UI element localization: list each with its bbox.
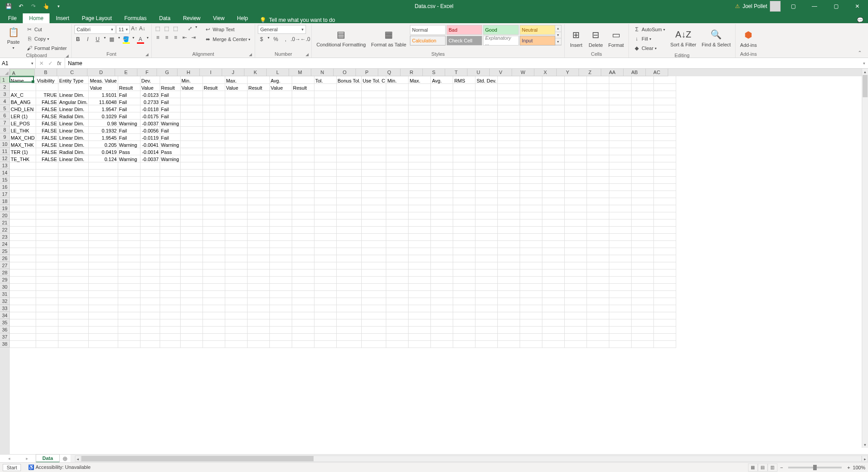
- row-header-6[interactable]: 6: [0, 112, 10, 119]
- dialog-launcher-icon[interactable]: ◢: [145, 52, 149, 57]
- cell-L28[interactable]: [269, 269, 292, 276]
- cell-P21[interactable]: [361, 219, 386, 226]
- cell-G12[interactable]: Warning: [160, 155, 180, 162]
- cell-R29[interactable]: [409, 276, 431, 283]
- cell-C11[interactable]: Radial Dim.: [58, 148, 89, 155]
- cell-T27[interactable]: [453, 262, 475, 269]
- cell-J5[interactable]: [225, 105, 247, 112]
- cell-H12[interactable]: [180, 155, 203, 162]
- cell-Z30[interactable]: [587, 283, 609, 290]
- cell-G14[interactable]: [160, 169, 180, 176]
- cell-Q20[interactable]: [386, 212, 409, 219]
- cell-G37[interactable]: [160, 333, 180, 340]
- cell-AB33[interactable]: [632, 305, 654, 312]
- cell-J17[interactable]: [225, 190, 247, 198]
- cell-AC13[interactable]: [654, 162, 676, 169]
- cell-Q7[interactable]: [386, 119, 409, 126]
- cell-AA9[interactable]: [609, 133, 632, 141]
- cell-X14[interactable]: [542, 169, 565, 176]
- cell-J21[interactable]: [225, 219, 247, 226]
- cell-W20[interactable]: [520, 212, 542, 219]
- cell-U37[interactable]: [475, 333, 498, 340]
- cell-K22[interactable]: [247, 226, 269, 233]
- cell-I12[interactable]: [203, 155, 225, 162]
- row-header-4[interactable]: 4: [0, 98, 10, 105]
- cell-T22[interactable]: [453, 226, 475, 233]
- align-bottom-icon[interactable]: ⬚: [172, 25, 179, 32]
- cell-S33[interactable]: [431, 305, 453, 312]
- cell-W30[interactable]: [520, 283, 542, 290]
- cell-C9[interactable]: Linear Dim.: [58, 133, 89, 141]
- cell-K37[interactable]: [247, 333, 269, 340]
- col-header-Q[interactable]: Q: [378, 69, 401, 76]
- row-header-7[interactable]: 7: [0, 119, 10, 126]
- row-header-34[interactable]: 34: [0, 312, 10, 319]
- cell-M30[interactable]: [292, 283, 314, 290]
- cell-K35[interactable]: [247, 319, 269, 326]
- cell-Z25[interactable]: [587, 248, 609, 255]
- cell-V21[interactable]: [498, 219, 520, 226]
- cell-D8[interactable]: 0.1932: [89, 126, 118, 133]
- cell-AA4[interactable]: [609, 98, 632, 105]
- cell-L2[interactable]: Value: [269, 83, 292, 91]
- cell-AC30[interactable]: [654, 283, 676, 290]
- cell-C6[interactable]: Radial Dim.: [58, 112, 89, 119]
- decrease-indent-icon[interactable]: ⇤: [181, 34, 188, 41]
- cell-F36[interactable]: [140, 326, 160, 333]
- cell-D18[interactable]: [89, 198, 118, 205]
- cell-S34[interactable]: [431, 312, 453, 319]
- cell-AB38[interactable]: [632, 340, 654, 348]
- cell-V34[interactable]: [498, 312, 520, 319]
- cell-E16[interactable]: [118, 183, 140, 190]
- cell-X24[interactable]: [542, 240, 565, 248]
- cell-AC17[interactable]: [654, 190, 676, 198]
- cell-U29[interactable]: [475, 276, 498, 283]
- cell-J11[interactable]: [225, 148, 247, 155]
- cell-C3[interactable]: Linear Dim.: [58, 91, 89, 98]
- cell-K18[interactable]: [247, 198, 269, 205]
- cell-Z11[interactable]: [587, 148, 609, 155]
- cell-J38[interactable]: [225, 340, 247, 348]
- sort-filter-button[interactable]: A↓ZSort & Filter: [669, 25, 698, 51]
- undo-icon[interactable]: ↶: [16, 1, 26, 11]
- cell-J35[interactable]: [225, 319, 247, 326]
- cell-A32[interactable]: [10, 298, 36, 305]
- cell-L17[interactable]: [269, 190, 292, 198]
- cell-G36[interactable]: [160, 326, 180, 333]
- cell-Y20[interactable]: [565, 212, 587, 219]
- cell-Q26[interactable]: [386, 255, 409, 262]
- cell-C27[interactable]: [58, 262, 89, 269]
- cell-C24[interactable]: [58, 240, 89, 248]
- cell-W21[interactable]: [520, 219, 542, 226]
- cell-Y15[interactable]: [565, 176, 587, 183]
- cell-D32[interactable]: [89, 298, 118, 305]
- row-headers[interactable]: 1234567891011121314151617181920212223242…: [0, 76, 10, 454]
- cell-M36[interactable]: [292, 326, 314, 333]
- cell-F13[interactable]: [140, 162, 160, 169]
- cell-Q19[interactable]: [386, 205, 409, 212]
- cell-A38[interactable]: [10, 340, 36, 348]
- cell-K34[interactable]: [247, 312, 269, 319]
- cell-A29[interactable]: [10, 276, 36, 283]
- cell-L5[interactable]: [269, 105, 292, 112]
- cell-W1[interactable]: [520, 76, 542, 83]
- cell-AA6[interactable]: [609, 112, 632, 119]
- cell-X15[interactable]: [542, 176, 565, 183]
- cell-M22[interactable]: [292, 226, 314, 233]
- cell-M6[interactable]: [292, 112, 314, 119]
- cell-N1[interactable]: Tol.: [314, 76, 336, 83]
- cell-AC35[interactable]: [654, 319, 676, 326]
- touch-mode-icon[interactable]: 👆: [41, 1, 51, 11]
- cell-AC10[interactable]: [654, 141, 676, 148]
- cell-J24[interactable]: [225, 240, 247, 248]
- cell-A1[interactable]: Name: [10, 76, 36, 83]
- cell-J36[interactable]: [225, 326, 247, 333]
- cell-V11[interactable]: [498, 148, 520, 155]
- cell-C13[interactable]: [58, 162, 89, 169]
- cell-I38[interactable]: [203, 340, 225, 348]
- col-header-AA[interactable]: AA: [601, 69, 624, 76]
- cell-AB16[interactable]: [632, 183, 654, 190]
- col-header-V[interactable]: V: [490, 69, 512, 76]
- cell-F8[interactable]: -0.0056: [140, 126, 160, 133]
- tab-view[interactable]: View: [207, 13, 231, 23]
